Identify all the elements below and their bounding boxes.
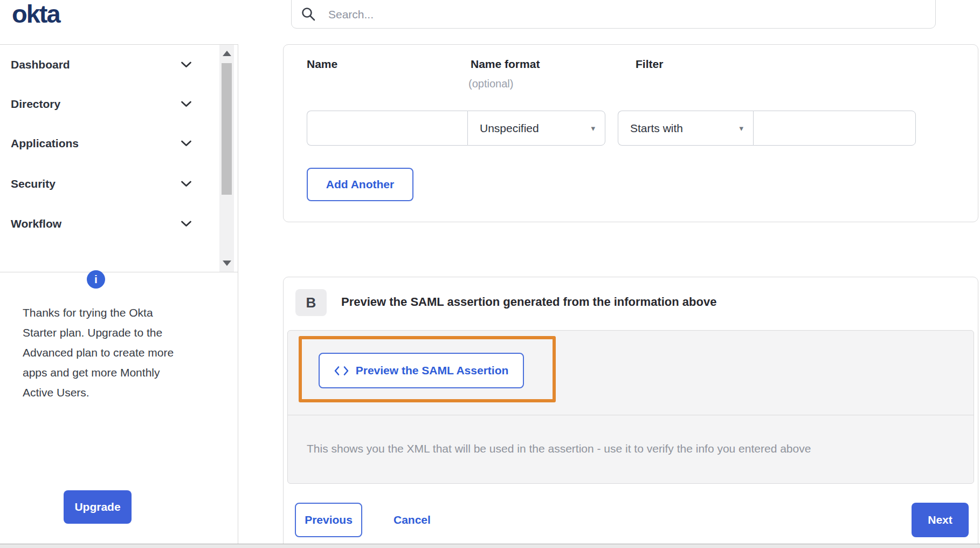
sidebar-item-directory[interactable]: Directory xyxy=(0,84,218,124)
preview-saml-assertion-button[interactable]: Preview the SAML Assertion xyxy=(319,353,524,388)
sidebar-item-label: Workflow xyxy=(11,217,61,230)
attribute-statements-card: Name Name format (optional) Filter Unspe… xyxy=(283,44,978,222)
sidebar-item-applications[interactable]: Applications xyxy=(0,124,218,163)
search-input[interactable] xyxy=(291,0,936,29)
attribute-name-input[interactable] xyxy=(307,111,467,146)
scrollbar-thumb[interactable] xyxy=(222,63,232,195)
step-b-badge: B xyxy=(295,289,327,316)
plan-promo-text: Thanks for trying the Okta Starter plan.… xyxy=(23,303,182,402)
add-another-button[interactable]: Add Another xyxy=(307,168,413,201)
chevron-down-icon xyxy=(181,181,192,187)
info-icon: i xyxy=(87,270,105,289)
sidebar-nav: Dashboard Directory Applications Securit… xyxy=(0,44,238,272)
scrollbar-up-arrow[interactable] xyxy=(223,51,231,56)
name-format-select[interactable]: Unspecified ▾ xyxy=(467,111,605,146)
name-column-label: Name xyxy=(307,58,337,71)
sidebar-item-security[interactable]: Security xyxy=(0,164,218,204)
sidebar-item-label: Applications xyxy=(11,137,79,150)
search-icon xyxy=(301,7,315,21)
sidebar-item-label: Directory xyxy=(11,98,60,111)
chevron-down-icon xyxy=(181,61,192,68)
sidebar-item-workflow[interactable]: Workflow xyxy=(0,204,218,244)
select-caret-icon: ▾ xyxy=(591,124,595,133)
preview-saml-card: B Preview the SAML assertion generated f… xyxy=(283,277,978,548)
cancel-button[interactable]: Cancel xyxy=(389,503,435,537)
filter-type-select[interactable]: Starts with ▾ xyxy=(618,111,753,146)
sidebar-item-label: Dashboard xyxy=(11,58,70,71)
scrollbar-down-arrow[interactable] xyxy=(223,261,231,266)
filter-type-selected-value: Starts with xyxy=(630,122,683,135)
preview-description: This shows you the XML that will be used… xyxy=(307,442,959,455)
code-icon xyxy=(334,366,349,376)
name-format-column-label: Name format xyxy=(471,58,540,71)
preview-button-label: Preview the SAML Assertion xyxy=(356,364,509,377)
chevron-down-icon xyxy=(181,101,192,107)
okta-logo[interactable]: okta xyxy=(12,0,60,28)
sidebar-item-label: Security xyxy=(11,177,56,190)
name-format-hint: (optional) xyxy=(468,78,513,90)
okta-admin-page: okta Dashboard Directory Applications Se… xyxy=(0,0,980,548)
name-format-selected-value: Unspecified xyxy=(480,122,539,135)
filter-value-input[interactable] xyxy=(753,111,916,146)
previous-button[interactable]: Previous xyxy=(295,503,362,537)
filter-column-label: Filter xyxy=(636,58,663,71)
sidebar-item-dashboard[interactable]: Dashboard xyxy=(0,45,218,85)
select-caret-icon: ▾ xyxy=(739,124,743,133)
sidebar-right-border xyxy=(238,44,238,544)
chevron-down-icon xyxy=(181,221,192,227)
preview-section-title: Preview the SAML assertion generated fro… xyxy=(341,295,716,309)
sidebar-scrollbar[interactable] xyxy=(219,45,234,272)
upgrade-button[interactable]: Upgrade xyxy=(64,490,132,524)
next-button[interactable]: Next xyxy=(912,503,969,537)
window-bottom-strip xyxy=(0,544,980,548)
chevron-down-icon xyxy=(181,140,192,147)
